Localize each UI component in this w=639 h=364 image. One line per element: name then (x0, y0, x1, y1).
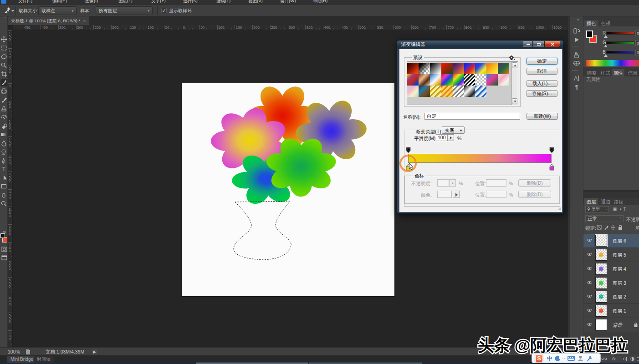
svg-text:头条 @阿宏巴拉巴拉: 头条 @阿宏巴拉巴拉 (478, 336, 627, 354)
svg-text:T: T (2, 166, 6, 172)
svg-text:A: A (574, 75, 578, 81)
svg-text:¶: ¶ (575, 84, 578, 90)
